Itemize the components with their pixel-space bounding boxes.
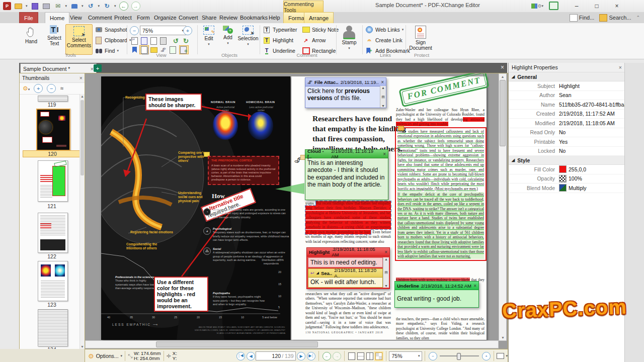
collapse-ribbon-button[interactable]: ⌃ (636, 15, 640, 20)
note-close-icon[interactable]: × (381, 79, 384, 85)
close-button[interactable]: × (610, 1, 624, 11)
sign-document-button[interactable]: Sign Document (408, 24, 434, 54)
hand-tool-button[interactable]: Hand (20, 24, 42, 54)
thumbnail-page-123[interactable] (38, 261, 68, 301)
email-icon[interactable]: ✉ (54, 3, 62, 10)
note-scrollbar[interactable]: ▲▤▼ (380, 86, 386, 108)
ui-layout-icon[interactable]: ⚙▾ (531, 2, 543, 10)
note-close-icon[interactable]: × (384, 249, 387, 255)
close-document-icon[interactable]: × (501, 64, 504, 71)
tab-help[interactable]: Help (264, 12, 285, 23)
property-row-fill-color[interactable]: Fill Color255,0,0 (509, 165, 625, 174)
next-view-button[interactable]: → (333, 352, 341, 360)
thumbnails-expand-icon[interactable]: ≋ (60, 86, 64, 91)
thumbnails-scrollbar[interactable]: ▲▼ (79, 94, 85, 349)
open-dropdown[interactable]: ▾ (26, 4, 28, 8)
property-row-opacity[interactable]: Opacity100% (509, 174, 625, 184)
properties-close-icon[interactable]: × (619, 64, 622, 70)
highlight-button[interactable]: THighlight (263, 36, 293, 45)
fit-page-icon[interactable] (139, 36, 149, 45)
general-group-header[interactable]: ◢General (509, 72, 625, 81)
zoom-out-button[interactable]: − (130, 26, 139, 35)
undo-icon[interactable]: ↺ (87, 3, 95, 10)
thumbnail-page-119[interactable] (38, 96, 68, 102)
stamp-tool-icon[interactable] (70, 3, 78, 10)
typewriter-button[interactable]: TTypewriter (263, 25, 297, 34)
select-text-button[interactable]: TI Select Text (43, 24, 65, 54)
stamp-dropdown[interactable]: ▾ (82, 4, 84, 8)
horizontal-scrollbar[interactable] (85, 340, 499, 348)
zoom-slider[interactable] (440, 355, 479, 356)
find-button[interactable]: Find... (570, 14, 595, 22)
last-page-button[interactable]: ▶⏐ (307, 352, 315, 360)
next-page-button[interactable]: ▶ (297, 352, 305, 360)
document-viewport[interactable]: Recognizing pain These images should be … (85, 73, 508, 350)
cloud-note[interactable]: Cloud - [..2/19/2018, 11:16:19 AM × This… (305, 149, 388, 200)
select-comments-button[interactable]: ➤ Select Comments (65, 24, 93, 55)
selection-button[interactable]: ➤ Selection▾ (237, 24, 259, 54)
add-objects-button[interactable]: + Add▾ (219, 24, 236, 54)
thumbnails-close-icon[interactable]: × (79, 75, 83, 81)
new-tab-button[interactable]: + (94, 64, 102, 72)
options-button[interactable]: ⚙Options...▾ (88, 352, 122, 360)
zoom-in-button[interactable]: + (183, 26, 192, 35)
rotate-cw-icon[interactable]: ↻ (181, 36, 191, 45)
document-tab[interactable]: Sample Document *× (20, 63, 97, 74)
redo-icon[interactable]: ↻ (103, 3, 111, 10)
note-scrollbar[interactable]: ▲▤▼ (383, 257, 389, 288)
email-dropdown[interactable]: ▾ (65, 4, 67, 8)
search-button[interactable]: Search... (599, 14, 631, 22)
tab-arrange[interactable]: Arrange (304, 12, 334, 24)
redo-dropdown[interactable]: ▾ (114, 4, 116, 8)
clipboard-button[interactable]: Clipboard▾ (95, 36, 131, 45)
highlight-note[interactable]: Highlight.2/19/2018, 11:18:05 AM × This … (306, 247, 390, 289)
sticky-note-button[interactable]: Sticky Note (302, 25, 339, 34)
style-group-header[interactable]: ◢Style (509, 156, 625, 165)
open-icon[interactable] (14, 3, 23, 10)
arrow-button[interactable]: ↗Arrow (302, 36, 326, 45)
single-page-layout-icon[interactable] (348, 352, 355, 360)
note-images-sharper[interactable]: These images should be sharper. (145, 94, 202, 111)
note-close-icon[interactable]: × (473, 283, 476, 289)
zoom-in-button[interactable]: + (482, 352, 491, 360)
note-close-icon[interactable]: × (383, 151, 386, 157)
zoom-combo[interactable]: 75%▾ (389, 351, 422, 361)
tab-file[interactable]: File (19, 12, 38, 24)
zoom-slider-knob[interactable] (457, 353, 461, 360)
red-annotation-box[interactable]: Other studies have measured callousness … (395, 127, 487, 261)
note-different-color[interactable]: Use a different color for these highligh… (154, 277, 208, 312)
save-icon[interactable] (31, 3, 39, 10)
snapshot-button[interactable]: Snapshot (95, 25, 127, 34)
actual-size-icon[interactable]: 14 (130, 36, 139, 45)
thumbnails-options-icon[interactable]: ⚙▾ (23, 85, 30, 92)
page-number-field[interactable]: 120/ 139 (256, 351, 296, 360)
create-link-button[interactable]: 𝄐Create Link (365, 36, 403, 45)
highlight-comment-icon[interactable] (398, 126, 404, 131)
stamp-button[interactable]: Stamp▾ (338, 24, 360, 54)
print-icon[interactable] (42, 3, 51, 10)
thumbnails-zoom-out-icon[interactable]: − (47, 84, 56, 93)
thumbnails-zoom-in-icon[interactable]: + (34, 84, 43, 93)
fit-width-icon[interactable] (149, 36, 158, 45)
history-forward-button[interactable]: → (131, 2, 140, 11)
first-page-button[interactable]: ⏐◀ (236, 352, 245, 360)
two-pages-continuous-layout-icon[interactable] (375, 352, 382, 360)
file-attachment-note[interactable]: 🖇 File Attac..2/19/2018, 11:19.. × Click… (305, 77, 386, 108)
two-pages-layout-icon[interactable] (366, 352, 373, 360)
thumbnail-page-122[interactable] (38, 213, 68, 253)
thumbnail-page-124[interactable] (38, 309, 68, 346)
thumbnail-page-120[interactable] (36, 109, 70, 151)
thumbnail-page-121[interactable] (38, 160, 68, 202)
minimize-button[interactable]: – (570, 1, 584, 11)
fit-visible-icon[interactable] (158, 36, 168, 45)
previous-page-button[interactable]: ◀ (247, 352, 255, 360)
rotate-ccw-icon[interactable]: ↺ (171, 36, 181, 45)
fullscreen-mode-icon[interactable] (497, 353, 504, 359)
history-back-button[interactable]: ← (119, 2, 128, 11)
zoom-out-button[interactable]: − (429, 352, 437, 360)
edit-objects-button[interactable]: ✎ Edit▾ (199, 24, 218, 54)
undo-dropdown[interactable]: ▾ (98, 4, 100, 8)
maximize-button[interactable]: □ (590, 1, 604, 11)
fill-color-swatch[interactable] (559, 165, 567, 173)
continuous-layout-icon[interactable] (357, 352, 364, 360)
